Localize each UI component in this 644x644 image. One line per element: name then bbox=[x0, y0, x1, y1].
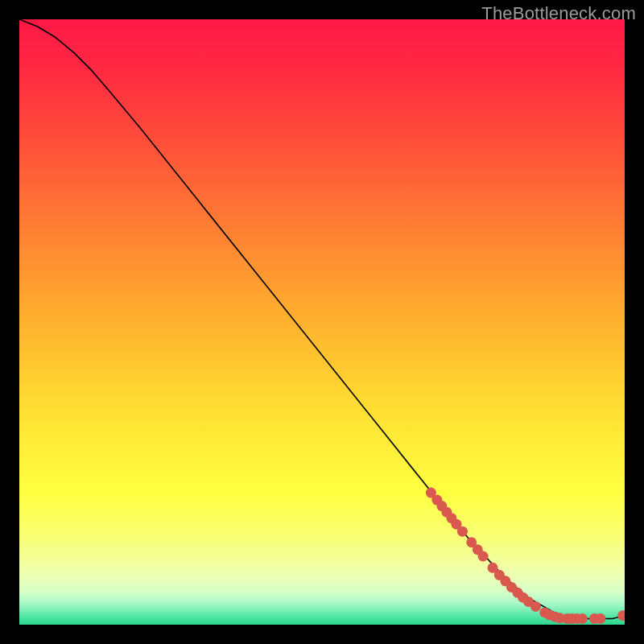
data-point bbox=[457, 526, 468, 537]
plot-background bbox=[19, 19, 625, 625]
watermark: TheBottleneck.com bbox=[481, 3, 636, 24]
chart-stage: TheBottleneck.com bbox=[0, 0, 644, 644]
data-point bbox=[595, 613, 605, 624]
data-point bbox=[478, 551, 489, 562]
data-point bbox=[577, 613, 588, 624]
chart-svg bbox=[19, 19, 625, 625]
data-point bbox=[530, 601, 541, 612]
